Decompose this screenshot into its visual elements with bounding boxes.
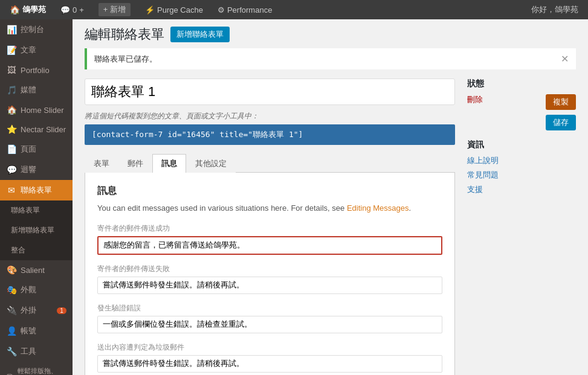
sidebar-item-label: Nectar Slider <box>21 125 66 134</box>
adminbar-greeting[interactable]: 你好，鴿學苑 <box>528 0 582 19</box>
posts-icon: 📝 <box>6 45 17 55</box>
sidebar-item-plugins[interactable]: 🔌 外掛 1 <box>0 300 73 321</box>
sidebar-item-account[interactable]: 👤 帳號 <box>0 321 73 341</box>
sidebar-item-comments[interactable]: 💬 迴響 <box>0 159 73 180</box>
sidebar-item-label: 控制台 <box>21 24 44 35</box>
performance-label: Performance <box>227 5 272 14</box>
msg-label-spam: 送出內容遭判定為垃圾郵件 <box>97 342 442 353</box>
sidebar-item-label: 聯絡表單 <box>21 185 52 196</box>
info-link-support[interactable]: 支援 <box>467 184 576 195</box>
messages-description: You can edit messages used in various si… <box>97 202 442 214</box>
page-title: 編輯聯絡表單 <box>85 25 164 43</box>
status-box-title: 狀態 <box>467 79 576 89</box>
sidebar-item-pages[interactable]: 📄 頁面 <box>0 139 73 159</box>
info-links: 線上說明 常見問題 支援 <box>467 155 576 195</box>
info-link-faq[interactable]: 常見問題 <box>467 170 576 181</box>
tab-form[interactable]: 表單 <box>85 154 118 173</box>
sidebar-item-dashboard[interactable]: 📊 控制台 <box>0 19 73 40</box>
submenu-label: 聯絡表單 <box>11 205 40 216</box>
msg-section-spam: 送出內容遭判定為垃圾郵件 <box>97 342 442 373</box>
tab-content-messages: 訊息 You can edit messages used in various… <box>85 173 455 375</box>
plugins-badge: 1 <box>57 307 66 314</box>
sidebar-item-portfolio[interactable]: 🖼 Portfolio <box>0 60 73 80</box>
sidebar-item-contact[interactable]: ✉ 聯絡表單 <box>0 180 73 200</box>
msg-label-validation: 發生驗證錯誤 <box>97 303 442 313</box>
sidebar-item-salient[interactable]: 🎨 Salient <box>0 260 73 280</box>
notice-text: 聯絡表單已儲存。 <box>94 54 157 65</box>
sidebar-item-label: 文章 <box>21 45 36 56</box>
sidebar-item-label: Salient <box>21 266 45 275</box>
appearance-icon: 🎭 <box>6 285 17 295</box>
tools-icon: 🔧 <box>6 347 17 356</box>
msg-input-spam[interactable] <box>97 355 442 373</box>
new-label: + 新增 <box>99 3 131 16</box>
sidebar-submenu-integration[interactable]: 整合 <box>0 240 73 260</box>
sidebar-submenu-list[interactable]: 聯絡表單 <box>0 200 73 220</box>
msg-section-failure: 寄件者的郵件傳送失敗 <box>97 264 442 294</box>
sidebar-item-home-slider[interactable]: 🏠 Home Slider <box>0 100 73 120</box>
shortcode-label: 將這個短代碼複製到您的文章、頁面或文字小工具中： <box>85 111 455 121</box>
msg-section-success: 寄件者的郵件傳送成功 <box>97 223 442 255</box>
greeting-text: 你好，鴿學苑 <box>531 4 578 15</box>
adminbar-site[interactable]: 🏠 鴿學苑 <box>6 0 50 19</box>
info-link-help[interactable]: 線上說明 <box>467 155 576 166</box>
drag-icon: ✏ <box>6 371 14 375</box>
msg-section-validation: 發生驗證錯誤 <box>97 303 442 333</box>
add-new-button[interactable]: 新增聯絡表單 <box>170 27 230 42</box>
comment-count: 0 <box>73 5 77 14</box>
sidebar-item-label: 工具 <box>21 346 36 357</box>
tab-messages[interactable]: 訊息 <box>152 154 186 173</box>
adminbar-comments[interactable]: 💬 0 + <box>57 0 88 19</box>
copy-button[interactable]: 複製 <box>546 94 576 110</box>
msg-input-success[interactable] <box>97 236 442 255</box>
sidebar-item-label: 頁面 <box>21 144 36 155</box>
main-content: 編輯聯絡表單 新增聯絡表單 聯絡表單已儲存。 ✕ 將這個短代碼複製到您的文章、頁… <box>73 19 588 375</box>
notice-bar: 聯絡表單已儲存。 ✕ <box>85 48 576 69</box>
editing-messages-link[interactable]: Editing Messages <box>347 204 409 213</box>
plugins-icon: 🔌 <box>6 306 17 315</box>
sidebar-submenu-add[interactable]: 新增聯絡表單 <box>0 220 73 240</box>
salient-icon: 🎨 <box>6 265 17 275</box>
sidebar-item-posts[interactable]: 📝 文章 <box>0 40 73 60</box>
delete-link[interactable]: 刪除 <box>467 95 483 104</box>
tab-mail[interactable]: 郵件 <box>118 154 152 173</box>
purge-icon: ⚡ <box>145 5 155 14</box>
sidebar-item-nectar-slider[interactable]: ⭐ Nectar Slider <box>0 120 73 139</box>
adminbar-performance[interactable]: ⚙ Performance <box>214 0 276 19</box>
sidebar-item-tools[interactable]: 🔧 工具 <box>0 341 73 362</box>
account-icon: 👤 <box>6 326 17 336</box>
tab-other[interactable]: 其他設定 <box>186 154 236 173</box>
form-title-input[interactable] <box>85 79 455 105</box>
desc-text: You can edit messages used in various si… <box>97 204 344 213</box>
adminbar-purge[interactable]: ⚡ Purge Cache <box>141 0 207 19</box>
info-box-title: 資訊 <box>467 139 576 150</box>
sidebar-item-label: 外觀 <box>21 284 36 295</box>
shortcode-box[interactable]: [contact-form-7 id="16456" title="聯絡表單 1… <box>85 124 455 145</box>
admin-sidebar: 📊 控制台 📝 文章 🖼 Portfolio 🎵 媒體 🏠 Home Slide… <box>0 19 73 375</box>
sidebar-item-label: 媒體 <box>21 85 36 95</box>
admin-bar: 🏠 鴿學苑 💬 0 + + 新增 ⚡ Purge Cache ⚙ Perform… <box>0 0 588 19</box>
contact-icon: ✉ <box>6 185 17 195</box>
right-sidebar: 狀態 刪除 複製 儲存 資訊 線上說明 常見問題 支援 <box>455 79 576 375</box>
submenu-label: 整合 <box>11 245 25 255</box>
info-box: 資訊 線上說明 常見問題 支援 <box>467 139 576 195</box>
save-button[interactable]: 儲存 <box>546 115 576 130</box>
media-icon: 🎵 <box>6 85 17 95</box>
sidebar-item-label: Home Slider <box>21 106 64 115</box>
comments-icon: 💬 <box>6 165 17 175</box>
page-header: 編輯聯絡表單 新增聯絡表單 <box>85 19 576 48</box>
nectar-icon: ⭐ <box>6 124 17 134</box>
sidebar-item-drag[interactable]: ✏ 輕鬆排版拖、拉、酷！ <box>0 362 73 375</box>
sidebar-item-media[interactable]: 🎵 媒體 <box>0 80 73 100</box>
adminbar-new[interactable]: + 新增 <box>95 0 134 19</box>
sidebar-item-label: Portfolio <box>21 66 50 75</box>
dashboard-icon: 📊 <box>6 25 17 34</box>
comment-icon: 💬 <box>60 5 70 14</box>
status-box: 狀態 刪除 複製 儲存 <box>467 79 576 130</box>
msg-input-validation[interactable] <box>97 316 442 333</box>
sidebar-item-appearance[interactable]: 🎭 外觀 <box>0 280 73 300</box>
close-icon[interactable]: ✕ <box>561 53 569 65</box>
site-name: 鴿學苑 <box>22 4 46 15</box>
portfolio-icon: 🖼 <box>6 65 17 75</box>
msg-input-failure[interactable] <box>97 277 442 294</box>
